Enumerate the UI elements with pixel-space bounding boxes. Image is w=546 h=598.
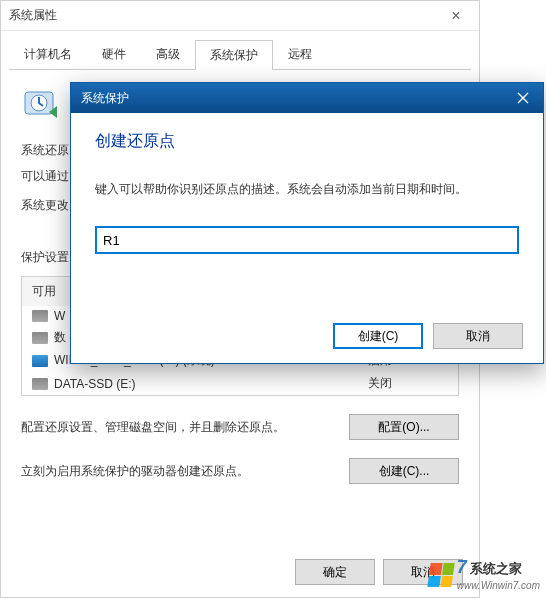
drive-status: 关闭	[368, 375, 448, 392]
cancel-button[interactable]: 取消	[433, 323, 523, 349]
table-row[interactable]: DATA-SSD (E:) 关闭	[22, 372, 458, 395]
dialog-buttons: 确定 取消	[295, 559, 463, 585]
tab-computer-name[interactable]: 计算机名	[9, 39, 87, 69]
tab-strip: 计算机名 硬件 高级 系统保护 远程	[9, 39, 471, 70]
create-restore-point-dialog: 系统保护 创建还原点 键入可以帮助你识别还原点的描述。系统会自动添加当前日期和时…	[70, 82, 544, 364]
drive-name: 数	[54, 329, 66, 346]
create-row: 立刻为启用系统保护的驱动器创建还原点。 创建(C)...	[21, 458, 459, 484]
tab-hardware[interactable]: 硬件	[87, 39, 141, 69]
restore-shield-icon	[21, 84, 61, 124]
close-icon[interactable]: ×	[441, 1, 471, 31]
drive-name: W	[54, 309, 65, 323]
tab-advanced[interactable]: 高级	[141, 39, 195, 69]
dialog-heading: 创建还原点	[95, 131, 519, 152]
create-button[interactable]: 创建(C)	[333, 323, 423, 349]
create-text: 立刻为启用系统保护的驱动器创建还原点。	[21, 462, 335, 480]
create-button[interactable]: 创建(C)...	[349, 458, 459, 484]
drive-icon	[32, 355, 48, 367]
cancel-button[interactable]: 取消	[383, 559, 463, 585]
configure-row: 配置还原设置、管理磁盘空间，并且删除还原点。 配置(O)...	[21, 414, 459, 440]
restore-point-name-input[interactable]	[95, 226, 519, 254]
tab-system-protection[interactable]: 系统保护	[195, 40, 273, 70]
drive-icon	[32, 310, 48, 322]
configure-text: 配置还原设置、管理磁盘空间，并且删除还原点。	[21, 418, 335, 436]
dialog-body: 创建还原点 键入可以帮助你识别还原点的描述。系统会自动添加当前日期和时间。	[71, 113, 543, 272]
configure-button[interactable]: 配置(O)...	[349, 414, 459, 440]
ok-button[interactable]: 确定	[295, 559, 375, 585]
close-icon[interactable]	[503, 83, 543, 113]
dialog-buttons: 创建(C) 取消	[333, 323, 523, 349]
tab-remote[interactable]: 远程	[273, 39, 327, 69]
window-title: 系统属性	[9, 7, 441, 24]
titlebar: 系统属性 ×	[1, 1, 479, 31]
drive-name: DATA-SSD (E:)	[54, 377, 136, 391]
dialog-title: 系统保护	[81, 90, 503, 107]
drive-icon	[32, 332, 48, 344]
dialog-titlebar[interactable]: 系统保护	[71, 83, 543, 113]
drive-icon	[32, 378, 48, 390]
dialog-instruction: 键入可以帮助你识别还原点的描述。系统会自动添加当前日期和时间。	[95, 180, 519, 198]
